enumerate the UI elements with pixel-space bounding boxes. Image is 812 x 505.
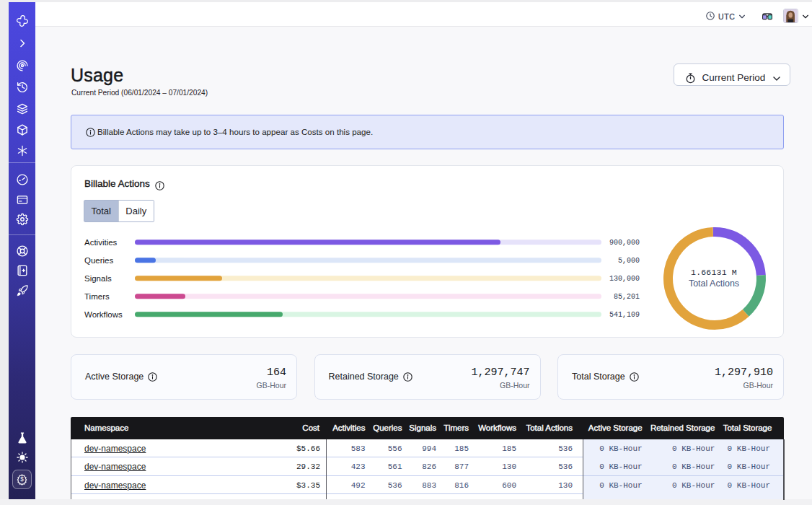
svg-text:$: $	[20, 476, 24, 483]
